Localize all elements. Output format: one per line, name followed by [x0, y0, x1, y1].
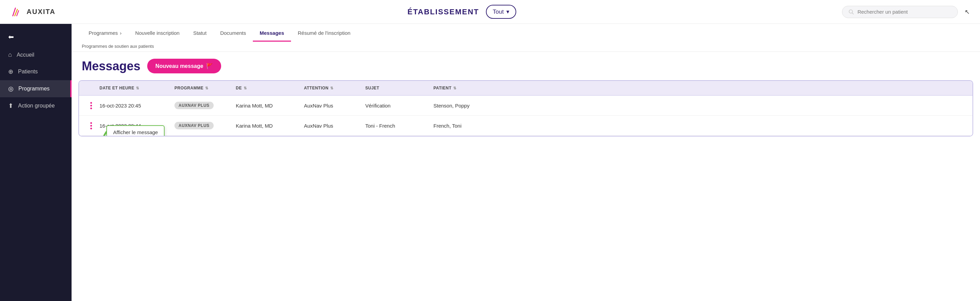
th-indicator	[83, 86, 100, 90]
sidebar-item-label: Action groupée	[18, 103, 55, 109]
tab-programmes[interactable]: Programmes ›	[82, 25, 129, 42]
table-header: DATE ET HEURE ⇅ PROGRAMME ⇅ DE ⇅ ATTENTI…	[79, 81, 972, 96]
sidebar-item-programmes[interactable]: ◎ Programmes	[0, 80, 72, 97]
tout-label: Tout	[493, 8, 504, 15]
sidebar-item-action-groupee[interactable]: ⬆ Action groupée	[0, 97, 72, 114]
header-right: ↖	[842, 6, 970, 18]
tab-programmes-label: Programmes	[89, 30, 118, 36]
sidebar-item-label: Programmes	[18, 86, 50, 92]
th-programme[interactable]: PROGRAMME ⇅	[175, 86, 236, 90]
svg-line-4	[852, 13, 853, 14]
sort-icon: ⇅	[453, 86, 457, 90]
th-de[interactable]: DE ⇅	[236, 86, 304, 90]
programmes-icon: ◎	[8, 85, 14, 93]
row-indicator	[83, 122, 100, 129]
sidebar-item-label: Patients	[18, 69, 38, 75]
new-message-button[interactable]: Nouveau message 🚩	[147, 59, 221, 74]
cell-sujet: Toni - French	[365, 123, 433, 129]
tab-label: Messages	[260, 30, 284, 36]
tab-messages[interactable]: Messages	[253, 25, 291, 42]
cell-attention: AuxNav Plus	[304, 103, 365, 109]
chevron-down-icon: ▾	[506, 8, 509, 15]
breadcrumb: Programmes de soutien aux patients	[82, 42, 970, 51]
cursor-arrow-icon: ↖	[965, 8, 970, 16]
cell-programme: AUXNAV PLUS	[175, 102, 236, 109]
table-row[interactable]: 16-oct-2023 20:45 AUXNAV PLUS Karina Mot…	[79, 96, 972, 116]
sub-nav: Programmes › Nouvelle inscription Statut…	[72, 24, 980, 52]
programme-badge: AUXNAV PLUS	[175, 122, 214, 129]
cell-attention: AuxNav Plus	[304, 123, 365, 129]
cell-patient: Stenson, Poppy	[433, 103, 495, 109]
cell-programme: AUXNAV PLUS	[175, 122, 236, 129]
tab-documents[interactable]: Documents	[213, 25, 253, 42]
th-sujet: SUJET	[365, 86, 433, 90]
tab-arrow-icon: ›	[120, 30, 122, 36]
tab-statut[interactable]: Statut	[186, 25, 213, 42]
tab-label: Statut	[193, 30, 207, 36]
sidebar-back-button[interactable]: ⬅	[0, 27, 72, 46]
page-title: Messages	[82, 59, 140, 74]
dot-icon	[90, 125, 92, 126]
new-message-label: Nouveau message	[155, 63, 204, 69]
th-patient[interactable]: PATIENT ⇅	[433, 86, 495, 90]
search-box[interactable]	[842, 6, 958, 18]
search-icon	[848, 9, 854, 15]
auxita-logo-icon	[10, 5, 23, 18]
top-header: AUXITA ÉTABLISSEMENT Tout ▾ ↖	[0, 0, 980, 24]
page-header: Messages Nouveau message 🚩	[72, 52, 980, 77]
cell-patient: French, Toni	[433, 123, 495, 129]
dot-icon	[90, 128, 92, 129]
cell-de: Karina Mott, MD	[236, 103, 304, 109]
tooltip-popup[interactable]: Afficher le message	[106, 125, 165, 136]
header-center: ÉTABLISSEMENT Tout ▾	[82, 5, 842, 19]
programme-badge: AUXNAV PLUS	[175, 102, 214, 109]
sidebar-item-label: Accueil	[17, 52, 34, 58]
dot-icon	[90, 102, 92, 104]
dot-icon	[90, 122, 92, 124]
th-date[interactable]: DATE ET HEURE ⇅	[100, 86, 175, 90]
messages-table: DATE ET HEURE ⇅ PROGRAMME ⇅ DE ⇅ ATTENTI…	[78, 80, 973, 136]
tooltip-label: Afficher le message	[113, 129, 158, 135]
tout-dropdown[interactable]: Tout ▾	[486, 5, 516, 19]
search-input[interactable]	[858, 9, 951, 15]
sort-icon: ⇅	[330, 86, 334, 90]
cell-de: Karina Mott, MD	[236, 123, 304, 129]
logo-text: AUXITA	[27, 8, 56, 16]
sub-nav-tabs: Programmes › Nouvelle inscription Statut…	[82, 24, 970, 42]
cell-sujet: Vérification	[365, 103, 433, 109]
sort-icon: ⇅	[136, 86, 139, 90]
dot-icon	[90, 105, 92, 106]
home-icon: ⌂	[8, 51, 12, 58]
tab-label: Nouvelle inscription	[135, 30, 180, 36]
tab-label: Résumé de l'inscription	[298, 30, 351, 36]
th-attention[interactable]: ATTENTION ⇅	[304, 86, 365, 90]
cell-date: 16-oct-2023 20:45	[100, 103, 175, 109]
tab-label: Documents	[220, 30, 246, 36]
sidebar: ⬅ ⌂ Accueil ⊕ Patients ◎ Programmes ⬆ Ac…	[0, 24, 72, 301]
patients-icon: ⊕	[8, 68, 13, 75]
etablissement-label: ÉTABLISSEMENT	[407, 8, 479, 16]
sort-icon: ⇅	[243, 86, 247, 90]
table-row[interactable]: 16-oct-2023 20:44 AUXNAV PLUS Karina Mot…	[79, 116, 972, 136]
logo-area: AUXITA	[10, 5, 82, 18]
sidebar-item-patients[interactable]: ⊕ Patients	[0, 63, 72, 80]
sidebar-item-accueil[interactable]: ⌂ Accueil	[0, 46, 72, 63]
dot-icon	[90, 107, 92, 109]
sort-icon: ⇅	[205, 86, 208, 90]
tab-nouvelle-inscription[interactable]: Nouvelle inscription	[129, 25, 186, 42]
row-indicator	[83, 102, 100, 109]
main-content: Programmes › Nouvelle inscription Statut…	[72, 24, 980, 301]
back-arrow-icon: ⬅	[8, 33, 14, 41]
action-groupee-icon: ⬆	[8, 102, 13, 110]
message-icon: 🚩	[206, 63, 213, 69]
tab-resume[interactable]: Résumé de l'inscription	[291, 25, 358, 42]
